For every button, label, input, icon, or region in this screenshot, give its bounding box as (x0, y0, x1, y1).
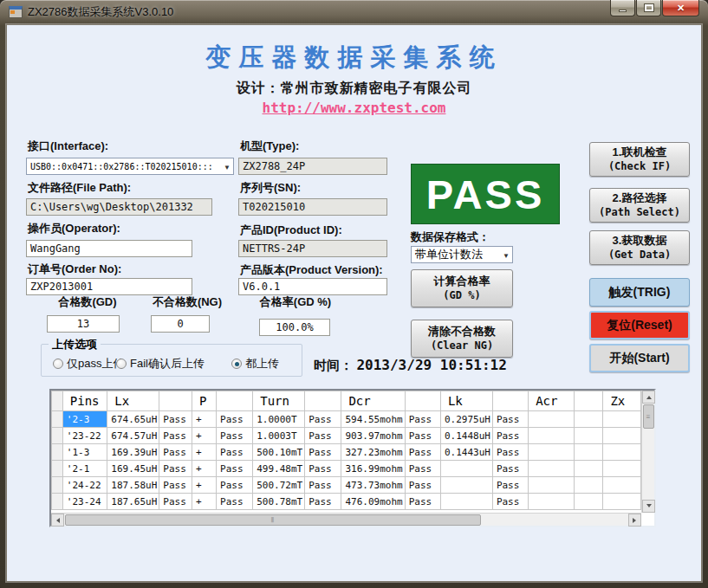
table-cell[interactable]: + (192, 477, 216, 494)
table-cell[interactable]: Pass (405, 477, 440, 494)
table-cell[interactable]: + (192, 461, 216, 477)
table-cell[interactable]: 316.99mohm (341, 461, 405, 477)
table-cell[interactable]: 0.1448uH (440, 428, 492, 444)
table-cell[interactable]: Pass (305, 461, 341, 477)
table-cell[interactable] (575, 428, 603, 444)
table-cell[interactable]: '23-22 (62, 428, 107, 444)
table-cell[interactable] (603, 444, 641, 461)
table-cell[interactable]: '24-22 (62, 477, 107, 494)
table-cell[interactable]: '2-3 (62, 411, 107, 428)
table-cell[interactable]: 327.23mohm (341, 444, 405, 461)
path-select-button[interactable]: 2.路径选择 (Path Select) (589, 188, 690, 223)
order-no-field[interactable]: ZXP2013001 (26, 278, 192, 295)
table-cell[interactable]: 0.1443uH (440, 444, 492, 461)
radio-upload-all[interactable]: 都上传 (231, 356, 279, 372)
table-cell[interactable]: 500.10mT (253, 444, 305, 461)
table-cell[interactable] (529, 461, 575, 477)
column-header[interactable] (492, 391, 528, 411)
column-header[interactable]: Lx (107, 391, 159, 411)
column-header[interactable] (159, 391, 192, 411)
table-cell[interactable]: Pass (305, 477, 341, 494)
table-cell[interactable]: Pass (159, 494, 192, 510)
table-cell[interactable]: Pass (217, 494, 253, 510)
table-horizontal-scrollbar[interactable]: ⫴ (51, 513, 641, 526)
table-cell[interactable]: '1-3 (62, 444, 107, 461)
table-cell[interactable]: 1.0000T (253, 411, 305, 428)
table-cell[interactable]: + (192, 428, 216, 444)
table-cell[interactable] (529, 428, 575, 444)
table-cell[interactable]: Pass (159, 428, 192, 444)
operator-field[interactable]: WangGang (26, 240, 192, 257)
save-format-combobox[interactable]: 带单位计数法 ▼ (411, 246, 513, 263)
column-header[interactable] (305, 391, 341, 411)
row-header[interactable] (52, 494, 63, 510)
table-cell[interactable]: 476.09mohm (341, 494, 405, 510)
table-cell[interactable]: + (192, 444, 216, 461)
table-cell[interactable]: Pass (217, 477, 253, 494)
row-header[interactable] (52, 444, 63, 461)
table-cell[interactable]: Pass (405, 444, 440, 461)
row-header[interactable] (52, 428, 63, 444)
ng-field[interactable]: 0 (151, 315, 210, 333)
table-cell[interactable]: 169.45uH (107, 461, 159, 477)
maximize-button[interactable] (636, 0, 661, 16)
file-path-field[interactable]: C:\Users\wg\Desktop\201332 (26, 198, 212, 216)
table-cell[interactable]: Pass (492, 411, 528, 428)
table-cell[interactable]: Pass (492, 444, 528, 461)
vertical-scroll-thumb[interactable]: ≡ (643, 404, 654, 429)
table-cell[interactable]: + (192, 411, 216, 428)
table-cell[interactable]: 0.2975uH (440, 411, 492, 428)
table-cell[interactable]: Pass (159, 477, 192, 494)
column-header[interactable]: Lk (440, 391, 492, 411)
table-cell[interactable] (603, 461, 641, 477)
table-cell[interactable] (603, 477, 641, 494)
table-cell[interactable] (575, 477, 603, 494)
column-header[interactable]: Pins (62, 391, 107, 411)
table-cell[interactable] (575, 444, 603, 461)
website-link[interactable]: http://www.zxptest.com (7, 100, 701, 116)
row-header[interactable] (52, 477, 63, 494)
titlebar[interactable]: ZX2786数据采集系统V3.0.10 (0, 0, 708, 24)
table-cell[interactable]: Pass (305, 411, 341, 428)
horizontal-scroll-thumb[interactable]: ⫴ (65, 514, 481, 526)
row-header[interactable] (52, 461, 63, 477)
scroll-right-button[interactable] (628, 514, 641, 527)
table-cell[interactable]: Pass (492, 461, 528, 477)
scroll-down-button[interactable] (642, 500, 655, 513)
sn-field[interactable]: T020215010 (238, 198, 387, 216)
table-cell[interactable] (575, 461, 603, 477)
table-cell[interactable]: Pass (492, 428, 528, 444)
table-cell[interactable]: 674.65uH (107, 411, 159, 428)
gd-field[interactable]: 13 (47, 315, 120, 333)
table-cell[interactable]: Pass (217, 444, 253, 461)
check-if-button[interactable]: 1.联机检查 (Check IF) (589, 142, 690, 177)
table-cell[interactable]: Pass (305, 494, 341, 510)
product-id-field[interactable]: NETTRS-24P (238, 240, 387, 257)
table-cell[interactable] (603, 428, 641, 444)
table-cell[interactable]: Pass (405, 411, 440, 428)
table-cell[interactable] (529, 411, 575, 428)
table-cell[interactable]: 499.48mT (253, 461, 305, 477)
table-cell[interactable]: '2-1 (62, 461, 107, 477)
scroll-up-button[interactable] (642, 391, 655, 404)
table-cell[interactable]: 473.73mohm (341, 477, 405, 494)
table-cell[interactable]: 187.58uH (107, 477, 159, 494)
table-cell[interactable]: 500.72mT (253, 477, 305, 494)
row-header[interactable] (52, 411, 63, 428)
table-cell[interactable]: Pass (405, 428, 440, 444)
table-cell[interactable]: Pass (492, 494, 528, 510)
get-data-button[interactable]: 3.获取数据 (Get Data) (589, 230, 690, 265)
table-cell[interactable]: 500.78mT (253, 494, 305, 510)
clear-ng-button[interactable]: 清除不合格数 (Clear NG) (411, 320, 513, 358)
table-cell[interactable]: 674.57uH (107, 428, 159, 444)
product-version-field[interactable]: V6.0.1 (238, 278, 387, 295)
column-header[interactable] (575, 391, 603, 411)
table-cell[interactable]: + (192, 494, 216, 510)
table-cell[interactable]: 903.97mohm (341, 428, 405, 444)
table-cell[interactable]: 187.65uH (107, 494, 159, 510)
column-header[interactable]: Acr (529, 391, 575, 411)
table-cell[interactable]: '23-24 (62, 494, 107, 510)
table-vertical-scrollbar[interactable]: ≡ (641, 391, 654, 513)
table-cell[interactable]: Pass (305, 444, 341, 461)
type-field[interactable]: ZX2788_24P (238, 158, 387, 175)
